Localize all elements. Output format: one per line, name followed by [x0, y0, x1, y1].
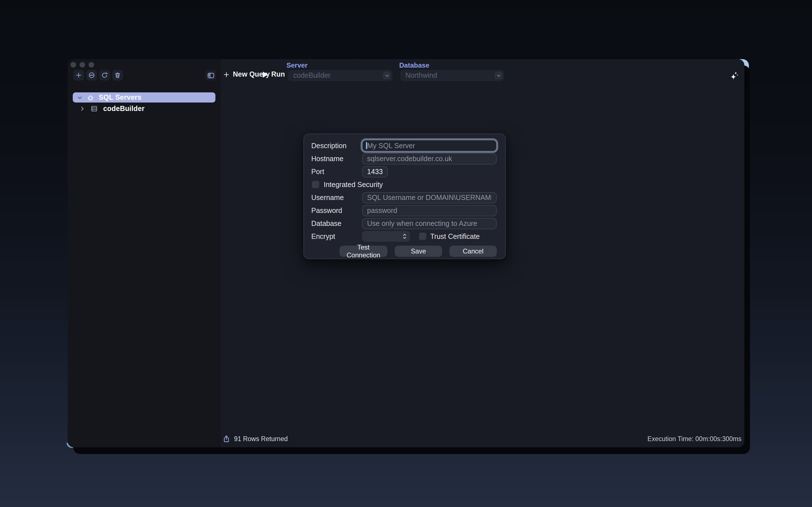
hostname-row: Hostname: [311, 152, 497, 165]
description-row: Description: [311, 139, 497, 152]
description-input[interactable]: [362, 140, 497, 152]
server-stack-icon: [90, 105, 98, 113]
description-label: Description: [311, 142, 362, 150]
home-icon: [87, 94, 94, 101]
circle-ellipsis-icon: [88, 71, 95, 79]
toggle-sidebar-button[interactable]: [205, 70, 216, 80]
status-bar: 91 Rows Returned Execution Time: 00m:00s…: [223, 434, 742, 443]
run-button[interactable]: Run: [263, 70, 285, 78]
dialog-button-row: Test Connection Save Cancel: [340, 244, 497, 258]
encrypt-select[interactable]: [362, 231, 410, 242]
desktop: SQL Servers co: [0, 0, 812, 507]
share-icon[interactable]: [223, 435, 230, 443]
trust-certificate-checkbox[interactable]: [419, 233, 426, 240]
chevron-down-icon: [383, 71, 391, 79]
database-dropdown[interactable]: Northwind: [400, 70, 504, 81]
refresh-icon: [101, 71, 108, 79]
more-options-button[interactable]: [86, 70, 97, 80]
delete-button[interactable]: [112, 70, 123, 80]
ai-assistant-button[interactable]: [728, 70, 740, 81]
plus-icon: [75, 71, 82, 79]
sidebar-item-label: SQL Servers: [99, 94, 142, 101]
run-label: Run: [271, 70, 285, 78]
port-row: Port: [311, 165, 497, 178]
connection-dialog: Description Hostname Port Integrated Sec…: [303, 133, 506, 259]
username-row: Username: [311, 191, 497, 204]
trust-certificate-label: Trust Certificate: [430, 232, 480, 240]
add-connection-button[interactable]: [73, 70, 84, 80]
traffic-light-close[interactable]: [70, 62, 76, 68]
encrypt-label: Encrypt: [311, 232, 362, 240]
cancel-button[interactable]: Cancel: [449, 245, 497, 257]
chevron-down-icon[interactable]: [77, 94, 83, 101]
rows-returned-text: 91 Rows Returned: [234, 435, 288, 442]
password-label: Password: [311, 207, 362, 214]
port-label: Port: [311, 168, 362, 175]
server-label: Server: [287, 61, 308, 69]
traffic-light-zoom[interactable]: [89, 62, 94, 68]
sidebar: SQL Servers co: [68, 59, 220, 447]
sidebar-toggle-icon: [207, 71, 214, 79]
app-window: SQL Servers co: [68, 59, 744, 447]
sidebar-item-codebuilder[interactable]: codeBuilder: [73, 104, 215, 114]
integrated-security-checkbox[interactable]: [312, 181, 319, 188]
traffic-light-minimize[interactable]: [80, 62, 85, 68]
sidebar-item-sql-servers[interactable]: SQL Servers: [73, 93, 215, 103]
test-connection-button[interactable]: Test Connection: [340, 245, 388, 257]
chevron-down-icon: [495, 71, 502, 79]
integrated-security-row: Integrated Security: [311, 178, 497, 191]
server-dropdown[interactable]: codeBuilder: [288, 70, 393, 81]
text-caret: [366, 142, 367, 149]
server-dropdown-value: codeBuilder: [293, 71, 383, 79]
encrypt-row: Encrypt Trust Certificate: [311, 230, 497, 243]
hostname-label: Hostname: [311, 155, 362, 163]
database-label: Database: [399, 61, 429, 69]
stepper-chevrons-icon: [402, 233, 408, 240]
database-field-label: Database: [311, 219, 362, 227]
database-input[interactable]: [362, 218, 497, 229]
plus-icon: [223, 71, 230, 77]
play-icon: [263, 71, 268, 77]
refresh-button[interactable]: [99, 70, 110, 80]
database-row: Database: [311, 217, 497, 230]
username-label: Username: [311, 193, 362, 202]
sidebar-item-label: codeBuilder: [103, 105, 145, 113]
port-input[interactable]: [362, 166, 388, 177]
password-row: Password: [311, 204, 497, 217]
hostname-input[interactable]: [362, 153, 497, 164]
integrated-security-label: Integrated Security: [324, 180, 383, 188]
connection-tree: SQL Servers co: [68, 93, 220, 115]
execution-time-text: Execution Time: 00m:00s:300ms: [647, 435, 742, 442]
database-dropdown-value: Northwind: [405, 71, 495, 79]
save-button[interactable]: Save: [395, 245, 442, 257]
chevron-right-icon[interactable]: [80, 106, 85, 112]
password-input[interactable]: [362, 205, 497, 216]
trash-icon: [114, 71, 121, 79]
username-input[interactable]: [362, 192, 497, 203]
sparkles-icon: [729, 70, 739, 80]
